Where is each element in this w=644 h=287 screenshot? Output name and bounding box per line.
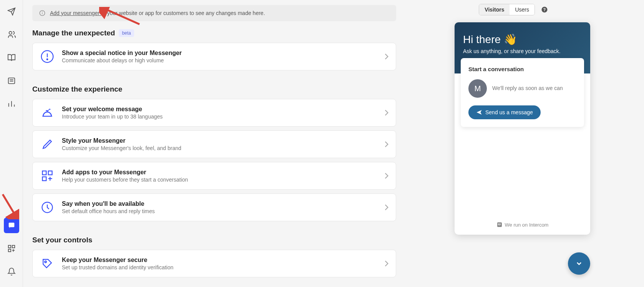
exclamation-icon [40,49,55,64]
preview-greeting: Hi there 👋 [463,33,582,46]
key-tag-icon [40,256,55,271]
intercom-logo-icon [496,222,503,228]
preview-reply-text: We'll reply as soon as we can [492,85,563,92]
install-notice: Add your messenger to your website or ap… [32,5,396,21]
sidebar-item-notifications[interactable] [4,264,19,279]
svg-text:?: ? [543,7,546,12]
card-availability[interactable]: Say when you'll be available Set default… [32,194,396,221]
sidebar-item-contacts[interactable] [4,27,19,42]
svg-rect-7 [8,223,14,227]
toggle-visitors[interactable]: Visitors [479,4,510,15]
apps-grid-icon [7,244,16,253]
svg-rect-9 [12,245,14,248]
card-title: Style your Messenger [62,137,377,144]
card-add-apps[interactable]: Add apps to your Messenger Help your cus… [32,162,396,190]
sidebar-item-reports[interactable] [4,96,19,112]
svg-rect-20 [48,171,52,175]
book-icon [7,53,16,62]
newspaper-icon [7,77,16,85]
card-subtitle: Set default office hours and reply times [62,208,377,214]
sidebar-item-outbound[interactable] [4,4,19,19]
pencil-icon [40,137,55,152]
preview-avatar: M [468,79,487,98]
svg-rect-21 [42,177,46,181]
preview-card-title: Start a conversation [468,66,576,72]
svg-point-0 [9,32,12,34]
chart-icon [7,100,16,108]
svg-point-18 [47,59,48,60]
send-icon [476,109,482,115]
chevron-right-icon [384,53,389,60]
grid-plus-icon [40,168,55,184]
svg-rect-8 [8,245,10,248]
add-messenger-link[interactable]: Add your messenger [50,10,101,16]
bell-service-icon [40,105,55,120]
card-subtitle: Introduce your team in up to 38 language… [62,113,377,120]
section-controls-title: Set your controls [32,236,635,244]
people-icon [7,30,16,39]
card-title: Show a special notice in your Messenger [62,50,377,57]
card-subtitle: Communicate about delays or high volume [62,57,377,63]
toggle-users[interactable]: Users [510,4,534,15]
chevron-right-icon [384,260,389,267]
card-title: Say when you'll be available [62,200,377,207]
chevron-right-icon [384,172,389,179]
card-secure[interactable]: Keep your Messenger secure Set up truste… [32,250,396,277]
card-welcome-message[interactable]: Set your welcome message Introduce your … [32,99,396,127]
chevron-right-icon [384,141,389,148]
beta-badge: beta [119,29,134,37]
card-subtitle: Help your customers before they start a … [62,177,377,183]
svg-point-25 [45,261,46,263]
card-style-messenger[interactable]: Style your Messenger Customize your Mess… [32,130,396,158]
messenger-icon [7,221,16,230]
messenger-launcher[interactable] [568,252,590,275]
preview-conversation-card: Start a conversation M We'll reply as so… [461,58,584,127]
card-subtitle: Set up trusted domains and identity veri… [62,264,377,270]
card-title: Add apps to your Messenger [62,169,377,176]
info-icon [39,10,45,16]
chevron-down-icon [575,260,583,267]
preview-footer: We run on Intercom [455,215,590,235]
paper-plane-icon [7,7,16,16]
bell-icon [7,267,16,276]
card-special-notice[interactable]: Show a special notice in your Messenger … [32,43,396,70]
sidebar-item-messenger[interactable] [4,218,19,233]
sidebar-item-apps[interactable] [4,241,19,256]
preview-tagline: Ask us anything, or share your feedback. [463,48,582,54]
sidebar [0,0,23,287]
help-icon[interactable]: ? [541,6,548,13]
messenger-preview: Hi there 👋 Ask us anything, or share you… [455,22,590,235]
card-subtitle: Customize your Messenger's look, feel, a… [62,145,377,151]
chevron-right-icon [384,204,389,211]
chevron-right-icon [384,109,389,116]
send-message-button[interactable]: Send us a message [468,105,541,119]
card-title: Set your welcome message [62,106,377,113]
svg-rect-10 [8,249,10,252]
card-title: Keep your Messenger secure [62,257,377,264]
sidebar-item-articles[interactable] [4,50,19,65]
svg-rect-19 [42,171,46,175]
preview-toggle-group: Visitors Users ? [479,4,548,15]
notice-text: Add your messenger to your website or ap… [50,10,265,16]
sidebar-item-news[interactable] [4,73,19,88]
clock-icon [40,200,55,215]
